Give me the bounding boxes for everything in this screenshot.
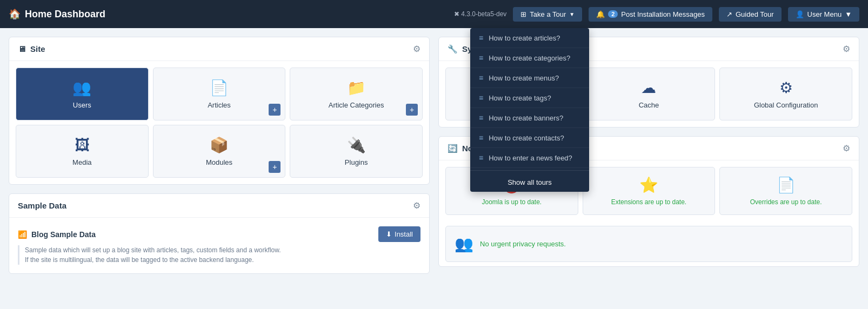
site-item-users[interactable]: 👥 Users [16, 68, 149, 120]
take-a-tour-button[interactable]: ⊞ Take a Tour ▼ [513, 7, 582, 22]
download-icon: ⬇ [386, 230, 392, 238]
add-article-button[interactable]: + [269, 104, 281, 116]
plugins-icon: 🔌 [347, 136, 366, 154]
guided-tour-icon: ↗ [726, 10, 732, 18]
wifi-icon: 📶 [18, 230, 27, 239]
site-item-article-categories[interactable]: 📁 Article Categories + [290, 68, 423, 120]
site-item-plugins[interactable]: 🔌 Plugins [290, 125, 423, 178]
dropdown-item-tags[interactable]: ≡ How to create tags? [470, 88, 589, 108]
privacy-item[interactable]: 👥 No urgent privacy requests. [445, 226, 852, 262]
add-module-button[interactable]: + [269, 161, 281, 173]
site-gear-button[interactable]: ⚙ [413, 44, 420, 54]
system-gear-button[interactable]: ⚙ [843, 44, 850, 54]
main-header: 🏠 Home Dashboard ✖ 4.3.0-beta5-dev ⊞ Tak… [0, 0, 868, 28]
overrides-icon: 📄 [777, 176, 796, 194]
page-title: Home Dashboard [25, 9, 105, 20]
home-icon: 🏠 [9, 8, 21, 20]
tour-dropdown-menu[interactable]: ≡ How to create articles? ≡ How to creat… [470, 28, 589, 192]
articles-icon: 📄 [210, 79, 229, 97]
menu-icon-tags: ≡ [479, 93, 483, 102]
dropdown-item-articles[interactable]: ≡ How to create articles? [470, 28, 589, 48]
refresh-icon: 🔄 [448, 144, 458, 153]
main-content: 🖥 Site ⚙ 👥 Users 📄 Articles + 📁 Article [0, 28, 868, 283]
monitor-icon: 🖥 [18, 44, 26, 53]
extensions-icon: ⭐ [639, 176, 658, 194]
user-menu-label: User Menu [807, 10, 842, 18]
sample-data-card: Sample Data ⚙ 📶 Blog Sample Data ⬇ Insta… [9, 193, 430, 274]
guided-tour-label: Guided Tour [736, 10, 774, 18]
wrench-icon: 🔧 [448, 44, 458, 54]
sample-data-gear-button[interactable]: ⚙ [413, 200, 420, 211]
site-item-articles[interactable]: 📄 Articles + [153, 68, 286, 120]
dropdown-item-contacts[interactable]: ≡ How to create contacts? [470, 128, 589, 148]
menu-icon-newsfeed: ≡ [479, 153, 483, 162]
system-item-global-config[interactable]: ⚙ Global Configuration [719, 68, 852, 120]
take-a-tour-label: Take a Tour [530, 10, 566, 18]
user-icon: 👤 [796, 10, 804, 18]
tour-icon: ⊞ [520, 10, 526, 18]
menu-icon-banners: ≡ [479, 113, 483, 122]
bell-icon: 🔔 [596, 10, 605, 18]
site-item-modules[interactable]: 📦 Modules + [153, 125, 286, 178]
chevron-down-icon: ▼ [569, 11, 575, 17]
home-logo[interactable]: 🏠 Home Dashboard [9, 8, 448, 20]
menu-icon-categories: ≡ [479, 53, 483, 62]
notification-badge: 2 [608, 10, 618, 18]
version-label: ✖ 4.3.0-beta5-dev [454, 10, 506, 18]
site-grid: 👥 Users 📄 Articles + 📁 Article Categorie… [9, 61, 429, 184]
add-category-button[interactable]: + [406, 104, 418, 116]
sample-data-title: Sample Data [18, 201, 66, 210]
dropdown-item-menus[interactable]: ≡ How to create menus? [470, 68, 589, 88]
blog-sample-header: 📶 Blog Sample Data ⬇ Install [18, 226, 420, 242]
site-item-media[interactable]: 🖼 Media [16, 125, 149, 178]
media-icon: 🖼 [75, 136, 90, 154]
user-chevron-icon: ▼ [845, 10, 852, 18]
install-button[interactable]: ⬇ Install [378, 226, 420, 242]
post-installation-label: Post Installation Messages [621, 10, 705, 18]
cloud-icon: ☁ [641, 79, 656, 97]
sample-data-header: Sample Data ⚙ [9, 194, 429, 218]
site-card-title: 🖥 Site [18, 44, 45, 53]
post-installation-button[interactable]: 🔔 2 Post Installation Messages [589, 7, 712, 22]
notif-item-extensions[interactable]: ⭐ Extensions are up to date. [583, 167, 716, 215]
left-column: 🖥 Site ⚙ 👥 Users 📄 Articles + 📁 Article [9, 37, 430, 274]
user-menu-button[interactable]: 👤 User Menu ▼ [788, 7, 859, 22]
menu-icon-menus: ≡ [479, 73, 483, 82]
site-card: 🖥 Site ⚙ 👥 Users 📄 Articles + 📁 Article [9, 37, 430, 185]
show-all-tours-button[interactable]: Show all tours [470, 173, 589, 192]
dropdown-item-newsfeed[interactable]: ≡ How to enter a news feed? [470, 148, 589, 168]
dropdown-divider [470, 170, 589, 171]
blog-sample-item: 📶 Blog Sample Data ⬇ Install Sample data… [18, 226, 420, 265]
menu-icon-articles: ≡ [479, 33, 483, 42]
blog-sample-title: 📶 Blog Sample Data [18, 230, 96, 239]
privacy-icon: 👥 [455, 235, 473, 253]
article-categories-icon: 📁 [347, 79, 366, 97]
menu-icon-contacts: ≡ [479, 133, 483, 142]
sample-data-content: 📶 Blog Sample Data ⬇ Install Sample data… [9, 218, 429, 273]
users-icon: 👥 [72, 79, 91, 97]
system-item-cache[interactable]: ☁ Cache [583, 68, 716, 120]
guided-tour-button[interactable]: ↗ Guided Tour [719, 7, 782, 22]
modules-icon: 📦 [210, 136, 229, 154]
global-config-icon: ⚙ [779, 79, 793, 97]
site-card-header: 🖥 Site ⚙ [9, 37, 429, 61]
dropdown-item-banners[interactable]: ≡ How to create banners? [470, 108, 589, 128]
notifications-gear-button[interactable]: ⚙ [843, 143, 850, 153]
dropdown-item-categories[interactable]: ≡ How to create categories? [470, 48, 589, 68]
notif-item-overrides[interactable]: 📄 Overrides are up to date. [719, 167, 852, 215]
blog-sample-description: Sample data which will set up a blog sit… [18, 245, 420, 265]
